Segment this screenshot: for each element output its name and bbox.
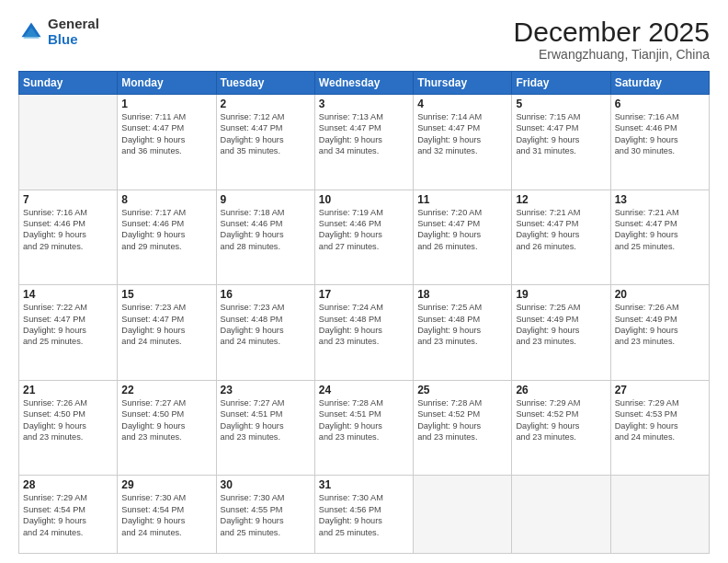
calendar-cell: 1Sunrise: 7:11 AM Sunset: 4:47 PM Daylig… — [118, 95, 216, 190]
calendar-header-friday: Friday — [512, 72, 610, 95]
calendar-cell: 24Sunrise: 7:28 AM Sunset: 4:51 PM Dayli… — [314, 380, 413, 476]
day-number: 9 — [221, 193, 311, 206]
calendar-cell — [610, 476, 709, 554]
calendar-week-row: 28Sunrise: 7:29 AM Sunset: 4:54 PM Dayli… — [19, 476, 710, 554]
calendar-week-row: 1Sunrise: 7:11 AM Sunset: 4:47 PM Daylig… — [19, 95, 710, 190]
calendar-cell: 3Sunrise: 7:13 AM Sunset: 4:47 PM Daylig… — [314, 95, 413, 190]
calendar-cell: 22Sunrise: 7:27 AM Sunset: 4:50 PM Dayli… — [118, 380, 216, 476]
day-number: 14 — [23, 288, 113, 301]
calendar-cell: 23Sunrise: 7:27 AM Sunset: 4:51 PM Dayli… — [216, 380, 314, 476]
calendar-header-saturday: Saturday — [610, 72, 709, 95]
calendar-cell: 8Sunrise: 7:17 AM Sunset: 4:46 PM Daylig… — [118, 190, 216, 285]
calendar-header-wednesday: Wednesday — [314, 72, 413, 95]
day-number: 28 — [23, 478, 113, 491]
day-number: 22 — [121, 384, 211, 396]
calendar-header-row: SundayMondayTuesdayWednesdayThursdayFrid… — [19, 72, 710, 95]
logo-text: General Blue — [48, 17, 99, 47]
day-info: Sunrise: 7:30 AM Sunset: 4:56 PM Dayligh… — [319, 492, 409, 538]
day-info: Sunrise: 7:30 AM Sunset: 4:54 PM Dayligh… — [121, 492, 211, 538]
day-info: Sunrise: 7:16 AM Sunset: 4:46 PM Dayligh… — [615, 111, 705, 157]
day-info: Sunrise: 7:18 AM Sunset: 4:46 PM Dayligh… — [221, 207, 311, 253]
day-info: Sunrise: 7:27 AM Sunset: 4:51 PM Dayligh… — [221, 397, 311, 443]
day-number: 20 — [615, 288, 705, 301]
day-info: Sunrise: 7:21 AM Sunset: 4:47 PM Dayligh… — [615, 207, 705, 253]
calendar-cell: 30Sunrise: 7:30 AM Sunset: 4:55 PM Dayli… — [216, 476, 314, 554]
day-info: Sunrise: 7:27 AM Sunset: 4:50 PM Dayligh… — [121, 397, 211, 443]
day-info: Sunrise: 7:29 AM Sunset: 4:52 PM Dayligh… — [516, 397, 606, 443]
day-number: 23 — [221, 384, 311, 396]
title-block: December 2025 Erwangzhuang, Tianjin, Chi… — [514, 17, 710, 62]
calendar-cell: 4Sunrise: 7:14 AM Sunset: 4:47 PM Daylig… — [414, 95, 512, 190]
day-number: 5 — [516, 98, 606, 110]
calendar-week-row: 21Sunrise: 7:26 AM Sunset: 4:50 PM Dayli… — [19, 380, 710, 476]
day-info: Sunrise: 7:29 AM Sunset: 4:53 PM Dayligh… — [615, 397, 705, 443]
calendar-cell: 31Sunrise: 7:30 AM Sunset: 4:56 PM Dayli… — [314, 476, 413, 554]
calendar-cell: 19Sunrise: 7:25 AM Sunset: 4:49 PM Dayli… — [512, 285, 610, 381]
day-number: 8 — [121, 193, 211, 206]
calendar-header-thursday: Thursday — [414, 72, 512, 95]
calendar-cell: 6Sunrise: 7:16 AM Sunset: 4:46 PM Daylig… — [610, 95, 709, 190]
calendar-table: SundayMondayTuesdayWednesdayThursdayFrid… — [18, 71, 710, 554]
day-number: 24 — [319, 384, 409, 396]
calendar-cell: 12Sunrise: 7:21 AM Sunset: 4:47 PM Dayli… — [512, 190, 610, 285]
day-number: 16 — [221, 288, 311, 301]
day-number: 1 — [121, 98, 211, 110]
day-number: 18 — [417, 288, 507, 301]
calendar-cell: 18Sunrise: 7:25 AM Sunset: 4:48 PM Dayli… — [414, 285, 512, 381]
calendar-header-monday: Monday — [118, 72, 216, 95]
month-title: December 2025 — [514, 17, 710, 47]
day-number: 27 — [615, 384, 705, 396]
day-info: Sunrise: 7:13 AM Sunset: 4:47 PM Dayligh… — [319, 111, 409, 157]
day-info: Sunrise: 7:26 AM Sunset: 4:49 PM Dayligh… — [615, 302, 705, 348]
day-info: Sunrise: 7:11 AM Sunset: 4:47 PM Dayligh… — [121, 111, 211, 157]
day-info: Sunrise: 7:15 AM Sunset: 4:47 PM Dayligh… — [516, 111, 606, 157]
calendar-cell: 13Sunrise: 7:21 AM Sunset: 4:47 PM Dayli… — [610, 190, 709, 285]
calendar-cell: 10Sunrise: 7:19 AM Sunset: 4:46 PM Dayli… — [314, 190, 413, 285]
calendar-cell: 9Sunrise: 7:18 AM Sunset: 4:46 PM Daylig… — [216, 190, 314, 285]
calendar-cell: 2Sunrise: 7:12 AM Sunset: 4:47 PM Daylig… — [216, 95, 314, 190]
day-number: 4 — [417, 98, 507, 110]
day-info: Sunrise: 7:26 AM Sunset: 4:50 PM Dayligh… — [23, 397, 113, 443]
day-number: 6 — [615, 98, 705, 110]
calendar-header-sunday: Sunday — [19, 72, 118, 95]
day-number: 15 — [121, 288, 211, 301]
day-number: 3 — [319, 98, 409, 110]
calendar-cell — [19, 95, 118, 190]
day-number: 31 — [319, 478, 409, 491]
page: General Blue December 2025 Erwangzhuang,… — [0, 0, 728, 563]
day-info: Sunrise: 7:24 AM Sunset: 4:48 PM Dayligh… — [319, 302, 409, 348]
calendar-cell: 29Sunrise: 7:30 AM Sunset: 4:54 PM Dayli… — [118, 476, 216, 554]
day-number: 11 — [417, 193, 507, 206]
day-number: 26 — [516, 384, 606, 396]
calendar-cell: 11Sunrise: 7:20 AM Sunset: 4:47 PM Dayli… — [414, 190, 512, 285]
calendar-cell: 21Sunrise: 7:26 AM Sunset: 4:50 PM Dayli… — [19, 380, 118, 476]
location: Erwangzhuang, Tianjin, China — [514, 47, 710, 62]
day-info: Sunrise: 7:19 AM Sunset: 4:46 PM Dayligh… — [319, 207, 409, 253]
calendar-cell: 15Sunrise: 7:23 AM Sunset: 4:47 PM Dayli… — [118, 285, 216, 381]
day-number: 30 — [221, 478, 311, 491]
day-info: Sunrise: 7:28 AM Sunset: 4:52 PM Dayligh… — [417, 397, 507, 443]
day-info: Sunrise: 7:25 AM Sunset: 4:49 PM Dayligh… — [516, 302, 606, 348]
day-info: Sunrise: 7:25 AM Sunset: 4:48 PM Dayligh… — [417, 302, 507, 348]
day-number: 21 — [23, 384, 113, 396]
day-info: Sunrise: 7:28 AM Sunset: 4:51 PM Dayligh… — [319, 397, 409, 443]
day-info: Sunrise: 7:12 AM Sunset: 4:47 PM Dayligh… — [221, 111, 311, 157]
logo-blue: Blue — [48, 32, 99, 48]
day-number: 17 — [319, 288, 409, 301]
day-number: 10 — [319, 193, 409, 206]
day-info: Sunrise: 7:23 AM Sunset: 4:47 PM Dayligh… — [121, 302, 211, 348]
day-info: Sunrise: 7:17 AM Sunset: 4:46 PM Dayligh… — [121, 207, 211, 253]
calendar-header-tuesday: Tuesday — [216, 72, 314, 95]
calendar-cell: 26Sunrise: 7:29 AM Sunset: 4:52 PM Dayli… — [512, 380, 610, 476]
calendar-week-row: 14Sunrise: 7:22 AM Sunset: 4:47 PM Dayli… — [19, 285, 710, 381]
day-number: 12 — [516, 193, 606, 206]
calendar-week-row: 7Sunrise: 7:16 AM Sunset: 4:46 PM Daylig… — [19, 190, 710, 285]
day-number: 2 — [221, 98, 311, 110]
calendar-cell: 17Sunrise: 7:24 AM Sunset: 4:48 PM Dayli… — [314, 285, 413, 381]
calendar-cell: 25Sunrise: 7:28 AM Sunset: 4:52 PM Dayli… — [414, 380, 512, 476]
logo: General Blue — [18, 17, 99, 47]
calendar-cell: 28Sunrise: 7:29 AM Sunset: 4:54 PM Dayli… — [19, 476, 118, 554]
day-info: Sunrise: 7:30 AM Sunset: 4:55 PM Dayligh… — [221, 492, 311, 538]
calendar-cell: 16Sunrise: 7:23 AM Sunset: 4:48 PM Dayli… — [216, 285, 314, 381]
day-info: Sunrise: 7:20 AM Sunset: 4:47 PM Dayligh… — [417, 207, 507, 253]
